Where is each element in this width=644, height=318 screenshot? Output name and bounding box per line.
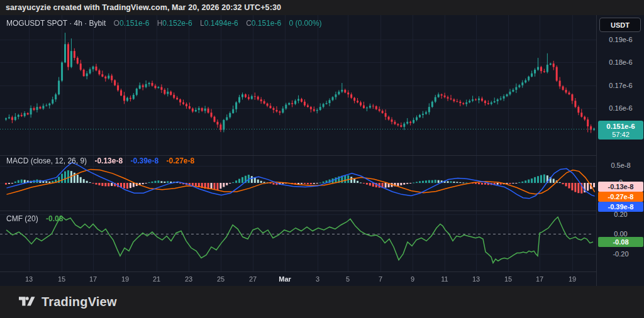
scale-label: 0.19e-6	[597, 36, 644, 43]
tradingview-logo[interactable]: TradingView	[19, 295, 117, 309]
time-axis-label: 19	[121, 275, 129, 283]
cmf-params: (20)	[25, 214, 38, 223]
time-scale[interactable]: 1315171921232527Mar35791113151719	[0, 271, 596, 287]
symbol-title[interactable]: MOGUSDT SPOT · 4h · Bybit	[6, 19, 106, 28]
ohlc-low-label: L	[200, 19, 204, 28]
time-axis-label: 5	[346, 275, 350, 283]
current-price-value: 0.151e-6	[606, 123, 635, 130]
attribution-text: sarayucyzie created with TradingView.com…	[6, 3, 281, 12]
macd-axis-badge: -0.13e-8	[598, 182, 643, 192]
bar-countdown: 57:42	[598, 131, 643, 138]
time-axis-label: 25	[217, 275, 225, 283]
cmf-legend[interactable]: CMF (20) -0.08	[6, 214, 63, 223]
macd-signal-value: -0.27e-8	[167, 156, 195, 165]
scale-label: 0.5e-8	[597, 162, 644, 169]
time-axis-label: 13	[25, 275, 33, 283]
time-axis-label: 9	[411, 275, 414, 283]
time-axis-label: 3	[316, 275, 319, 283]
ohlc-open-label: O	[114, 19, 119, 28]
macd-params: (close, 12, 26, 9)	[31, 156, 87, 165]
tradingview-logo-icon	[19, 295, 36, 309]
change-value: 0 (0.00%)	[289, 19, 322, 28]
attribution-bar: sarayucyzie created with TradingView.com…	[0, 0, 644, 15]
time-axis-label: 15	[504, 275, 512, 283]
time-axis-label: 21	[153, 275, 160, 283]
cmf-axis-badge: -0.08	[598, 237, 643, 247]
ohlc-high-value: 0.152e-6	[162, 19, 192, 28]
cmf-value: -0.08	[46, 214, 63, 223]
chart-canvas[interactable]	[0, 15, 596, 286]
scale-label: 0.17e-6	[597, 82, 644, 89]
tradingview-logo-text: TradingView	[42, 295, 117, 309]
price-scale[interactable]: USDT 0.151e-6 57:42 0.19e-60.18e-60.17e-…	[596, 15, 644, 286]
ohlc-low-value: 0.1494e-6	[204, 19, 238, 28]
time-axis-label: 23	[185, 275, 192, 283]
time-axis-label: 27	[249, 275, 257, 283]
time-axis-label: Mar	[279, 275, 291, 283]
ohlc-close-value: 0.151e-6	[252, 19, 281, 28]
time-axis-label: 7	[379, 275, 382, 283]
macd-axis-badge: -0.27e-8	[598, 192, 643, 202]
macd-hist-value: -0.13e-8	[94, 156, 123, 165]
macd-title[interactable]: MACD	[6, 156, 28, 165]
scale-label: 0.16e-6	[597, 104, 644, 112]
time-axis-label: 15	[58, 275, 65, 283]
macd-line-value: -0.39e-8	[130, 156, 158, 165]
time-axis-label: 11	[441, 275, 448, 283]
ohlc-open-value: 0.151e-6	[119, 19, 149, 28]
ohlc-close-label: C	[246, 19, 252, 28]
macd-axis-badge: -0.39e-8	[598, 202, 643, 212]
currency-toggle-button[interactable]: USDT	[599, 18, 641, 32]
macd-legend[interactable]: MACD (close, 12, 26, 9) -0.13e-8 -0.39e-…	[6, 156, 194, 165]
scale-label: 0.18e-6	[597, 58, 644, 66]
time-axis-label: 19	[569, 275, 576, 283]
scale-label: -0.20	[597, 250, 644, 258]
current-price-badge: 0.151e-6 57:42	[598, 121, 643, 140]
price-pane-legend[interactable]: MOGUSDT SPOT · 4h · Bybit O0.151e-6 H0.1…	[6, 19, 322, 28]
time-axis-label: 17	[536, 275, 543, 283]
time-axis-label: 17	[89, 275, 97, 283]
tradingview-screenshot: sarayucyzie created with TradingView.com…	[0, 0, 644, 318]
cmf-title[interactable]: CMF	[6, 214, 23, 223]
footer-bar: TradingView	[0, 286, 644, 318]
time-axis-label: 13	[472, 275, 480, 283]
